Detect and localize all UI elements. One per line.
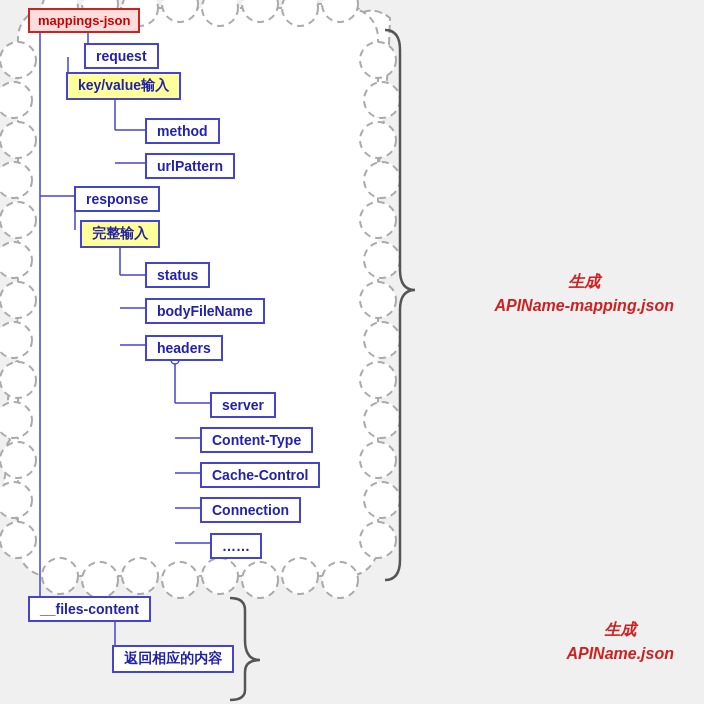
- svg-point-23: [0, 322, 32, 358]
- svg-point-27: [0, 482, 32, 518]
- node-body-filename: bodyFileName: [145, 298, 265, 324]
- svg-point-3: [162, 0, 198, 22]
- node-key-value: key/value输入: [66, 72, 181, 100]
- node-ellipsis: ……: [210, 533, 262, 559]
- svg-point-6: [282, 0, 318, 26]
- svg-point-38: [364, 402, 400, 438]
- svg-point-22: [0, 282, 36, 318]
- node-mappings-json: mappings-json: [28, 8, 140, 33]
- label-generate-json: 生成 APIName.json: [566, 618, 674, 666]
- svg-point-35: [360, 282, 396, 318]
- svg-point-9: [82, 562, 118, 598]
- svg-point-39: [360, 442, 396, 478]
- svg-point-20: [0, 202, 36, 238]
- node-url-pattern: urlPattern: [145, 153, 235, 179]
- svg-point-12: [202, 558, 238, 594]
- svg-point-32: [364, 162, 400, 198]
- svg-point-8: [42, 558, 78, 594]
- svg-point-25: [0, 402, 32, 438]
- svg-point-10: [122, 558, 158, 594]
- svg-point-41: [360, 522, 396, 558]
- node-cache-control: Cache-Control: [200, 462, 320, 488]
- node-files-content: __files-content: [28, 596, 151, 622]
- svg-point-33: [360, 202, 396, 238]
- node-content-type: Content-Type: [200, 427, 313, 453]
- node-status: status: [145, 262, 210, 288]
- svg-point-17: [0, 82, 32, 118]
- svg-point-11: [162, 562, 198, 598]
- svg-point-40: [364, 482, 400, 518]
- node-request: request: [84, 43, 159, 69]
- svg-point-21: [0, 242, 32, 278]
- svg-point-36: [364, 322, 400, 358]
- svg-point-29: [360, 42, 396, 78]
- svg-point-18: [0, 122, 36, 158]
- svg-point-28: [0, 522, 36, 558]
- node-response: response: [74, 186, 160, 212]
- node-method: method: [145, 118, 220, 144]
- svg-point-5: [242, 0, 278, 22]
- diagram: mappings-json request key/value输入 method…: [0, 0, 704, 704]
- svg-point-7: [322, 0, 358, 22]
- svg-point-24: [0, 362, 36, 398]
- node-headers: headers: [145, 335, 223, 361]
- node-complete-input: 完整输入: [80, 220, 160, 248]
- svg-point-19: [0, 162, 32, 198]
- svg-point-26: [0, 442, 36, 478]
- node-connection: Connection: [200, 497, 301, 523]
- svg-point-30: [364, 82, 400, 118]
- svg-point-4: [202, 0, 238, 26]
- label-generate-mapping: 生成 APIName-mapping.json: [494, 270, 674, 318]
- svg-point-13: [242, 562, 278, 598]
- svg-point-37: [360, 362, 396, 398]
- node-server: server: [210, 392, 276, 418]
- svg-point-16: [0, 42, 36, 78]
- svg-point-34: [364, 242, 400, 278]
- svg-point-31: [360, 122, 396, 158]
- svg-point-15: [322, 562, 358, 598]
- node-return-content: 返回相应的内容: [112, 645, 234, 673]
- svg-point-14: [282, 558, 318, 594]
